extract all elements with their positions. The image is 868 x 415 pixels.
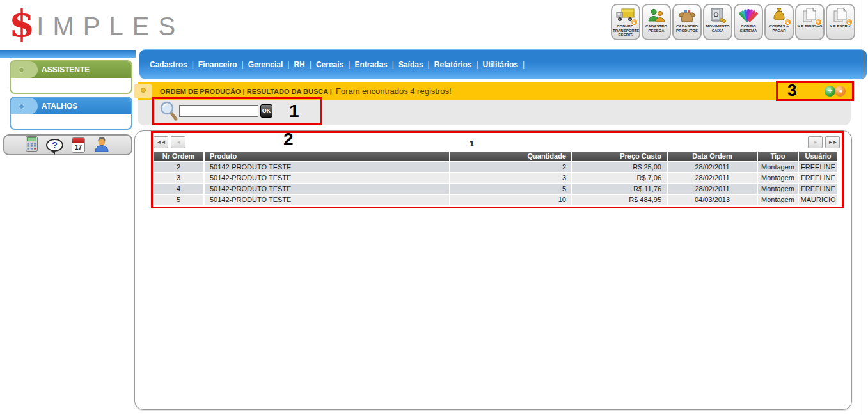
menu-item-relatorios[interactable]: Relatórios (434, 60, 472, 69)
search-input[interactable] (179, 105, 258, 117)
menu-separator: | (392, 60, 394, 69)
menu-separator: | (287, 60, 289, 69)
safe-icon (704, 6, 731, 24)
toolbar-button-contas-a-pagar[interactable]: ▲ CONTAS A PAGAR (764, 4, 794, 40)
menu-separator: | (348, 60, 350, 69)
app-window: $ IMPLES ▲ CONHEC. TRANSPORTE ESCRIT. CA… (0, 0, 868, 415)
sidebar-panel-atalhos: ATALHOS (10, 97, 132, 130)
menu-item-gerencial[interactable]: Gerencial (248, 60, 283, 69)
column-header-data-ordem[interactable]: Data Ordem (668, 152, 757, 161)
table-cell[interactable]: Montagem (758, 195, 798, 205)
panel-bullet-icon (19, 104, 24, 109)
table-cell[interactable]: 50142-PRODUTO TESTE (205, 184, 449, 194)
search-ok-button[interactable]: OK (260, 104, 272, 118)
toolbar-button-conhec-transporte[interactable]: ▲ CONHEC. TRANSPORTE ESCRIT. (611, 4, 640, 40)
table-cell[interactable]: FREELINE (799, 184, 837, 194)
toolbar-button-cadastro-pessoa[interactable]: CADASTRO PESSOA (642, 4, 671, 40)
add-record-button[interactable]: + (825, 86, 835, 97)
table-cell[interactable]: 28/02/2011 (668, 162, 757, 172)
menu-separator: | (192, 60, 194, 69)
sidebar-panel-assistente-header[interactable]: ASSISTENTE (11, 61, 131, 78)
menu-separator: | (242, 60, 244, 69)
menu-item-rh[interactable]: RH (294, 60, 304, 69)
toolbar-button-nf-emissao[interactable]: ▼ N F EMISSÃO (795, 4, 825, 40)
table-cell[interactable]: 04/03/2013 (668, 195, 757, 205)
calendar-day: 17 (72, 143, 84, 152)
search-icon (159, 100, 178, 125)
table-cell[interactable]: 50142-PRODUTO TESTE (205, 195, 449, 205)
menu-item-saidas[interactable]: Saídas (398, 60, 423, 69)
panel-tab (11, 61, 38, 78)
results-table: Nr Ordem Produto Quantidade Preço Custo … (154, 152, 837, 205)
column-header-preco-custo[interactable]: Preço Custo (572, 152, 667, 161)
pagination-prev-button[interactable]: ◄ (171, 136, 185, 148)
status-bar: ORDEM DE PRODUÇÃO | RESULTADO DA BUSCA |… (138, 82, 854, 100)
table-cell[interactable]: 4 (154, 184, 203, 194)
table-cell[interactable]: 3 (154, 173, 203, 183)
table-cell[interactable]: R$ 484,95 (572, 195, 667, 205)
status-bar-title: ORDEM DE PRODUÇÃO | RESULTADO DA BUSCA | (160, 88, 332, 95)
toolbar-button-label: MOVIMENTO CAIXA (704, 24, 731, 33)
table-cell[interactable]: MAURICIO (799, 195, 837, 205)
table-cell[interactable]: Montagem (758, 173, 798, 183)
toolbar-button-movimento-caixa[interactable]: MOVIMENTO CAIXA (703, 4, 732, 40)
user-icon[interactable] (93, 136, 110, 155)
table-cell[interactable]: 50142-PRODUTO TESTE (205, 173, 449, 183)
sidebar-panel-atalhos-header[interactable]: ATALHOS (11, 98, 131, 114)
table-cell[interactable]: FREELINE (799, 173, 837, 183)
calendar-icon[interactable]: 17 (72, 137, 85, 153)
menu-item-cadastros[interactable]: Cadastros (150, 60, 187, 69)
pagination-last-button[interactable]: ►► (825, 136, 840, 148)
table-cell[interactable]: 2 (154, 162, 203, 172)
column-header-produto[interactable]: Produto (205, 152, 449, 161)
toolbar-button-label: CADASTRO PESSOA (643, 24, 670, 33)
arrow-up-badge-icon: ▲ (784, 19, 791, 26)
table-cell[interactable]: FREELINE (799, 162, 837, 172)
column-header-usuario[interactable]: Usuário (799, 152, 837, 161)
table-cell[interactable]: 5 (450, 184, 571, 194)
table-cell[interactable]: 2 (450, 162, 571, 172)
menu-item-utilitarios[interactable]: Utilitários (483, 60, 518, 69)
logo-text: IMPLES (36, 12, 184, 41)
calculator-icon[interactable] (26, 136, 38, 154)
toolbar-button-cadastro-produtos[interactable]: CADASTRO PRODUTOS (672, 4, 702, 40)
sidebar-quick-iconbar: ? 17 (3, 134, 132, 155)
pagination-first-button[interactable]: ◄◄ (154, 136, 168, 148)
column-header-nr-ordem[interactable]: Nr Ordem (154, 152, 203, 161)
calendar-header (72, 138, 84, 143)
back-button[interactable]: ◄ (835, 86, 846, 97)
column-header-tipo[interactable]: Tipo (758, 152, 798, 161)
toolbar-button-nf-escrit[interactable]: ▲ N F ESCRIT. (826, 4, 855, 40)
toolbar-button-label: CONFIG SISTEMA (735, 24, 762, 33)
toolbar-button-config-sistema[interactable]: CONFIG SISTEMA (734, 4, 763, 40)
table-cell[interactable]: 28/02/2011 (668, 184, 757, 194)
table-cell[interactable]: 5 (154, 195, 203, 205)
pagination-next-button[interactable]: ► (808, 136, 823, 148)
pagination-page-number: 1 (470, 139, 474, 148)
help-glyph: ? (52, 140, 58, 150)
table-cell[interactable]: 10 (450, 195, 571, 205)
arrow-down-badge-icon: ▼ (815, 19, 822, 26)
menu-item-cereais[interactable]: Cereais (316, 60, 343, 69)
menu-item-financeiro[interactable]: Financeiro (198, 60, 237, 69)
menu-item-entradas[interactable]: Entradas (354, 60, 387, 69)
table-cell[interactable]: 28/02/2011 (668, 173, 757, 183)
palette-icon (735, 6, 762, 24)
arrow-up-badge-icon: ▲ (631, 19, 638, 26)
sidebar-panel-assistente: ASSISTENTE (10, 60, 132, 94)
table-cell[interactable]: 3 (450, 173, 571, 183)
table-cell[interactable]: Montagem (758, 162, 798, 172)
quick-access-toolbar: ▲ CONHEC. TRANSPORTE ESCRIT. CADASTRO PE… (611, 4, 855, 40)
logo-dollar-icon: $ (9, 5, 35, 42)
help-icon[interactable]: ? (46, 139, 63, 152)
table-cell[interactable]: R$ 7,06 (572, 173, 667, 183)
table-cell[interactable]: Montagem (758, 184, 798, 194)
table-cell[interactable]: R$ 11,76 (572, 184, 667, 194)
toolbar-button-label: CONTAS A PAGAR (766, 24, 793, 33)
people-icon (643, 6, 670, 24)
table-cell[interactable]: 50142-PRODUTO TESTE (205, 162, 449, 172)
main-menu-bar: Cadastros| Financeiro| Gerencial| RH| Ce… (139, 49, 867, 79)
column-header-quantidade[interactable]: Quantidade (450, 152, 571, 161)
table-cell[interactable]: R$ 25,00 (572, 162, 667, 172)
box-icon (674, 6, 700, 24)
